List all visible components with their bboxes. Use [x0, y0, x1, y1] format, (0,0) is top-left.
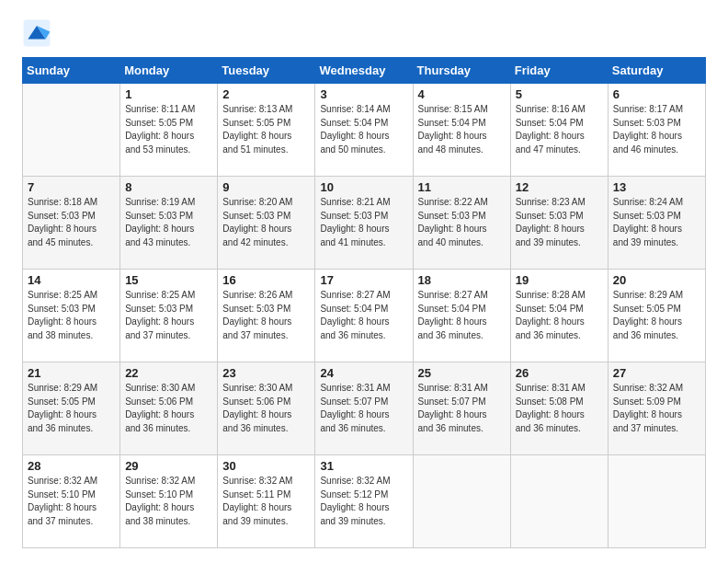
day-info: Sunrise: 8:16 AMSunset: 5:04 PMDaylight:…: [516, 103, 603, 156]
day-cell: 7Sunrise: 8:18 AMSunset: 5:03 PMDaylight…: [23, 177, 120, 270]
day-cell: [413, 455, 510, 548]
day-cell: 23Sunrise: 8:30 AMSunset: 5:06 PMDayligh…: [218, 362, 315, 455]
day-info: Sunrise: 8:19 AMSunset: 5:03 PMDaylight:…: [125, 196, 212, 249]
day-cell: 15Sunrise: 8:25 AMSunset: 5:03 PMDayligh…: [120, 270, 218, 362]
day-info: Sunrise: 8:14 AMSunset: 5:04 PMDaylight:…: [320, 103, 407, 156]
day-info: Sunrise: 8:29 AMSunset: 5:05 PMDaylight:…: [28, 382, 115, 435]
day-cell: 28Sunrise: 8:32 AMSunset: 5:10 PMDayligh…: [23, 455, 120, 548]
day-cell: 12Sunrise: 8:23 AMSunset: 5:03 PMDayligh…: [510, 177, 608, 270]
day-cell: [23, 84, 120, 177]
day-info: Sunrise: 8:27 AMSunset: 5:04 PMDaylight:…: [418, 289, 506, 342]
day-info: Sunrise: 8:32 AMSunset: 5:12 PMDaylight:…: [320, 475, 407, 528]
col-header-tuesday: Tuesday: [218, 58, 315, 84]
day-number: 25: [418, 366, 506, 380]
day-cell: 21Sunrise: 8:29 AMSunset: 5:05 PMDayligh…: [23, 362, 120, 455]
day-info: Sunrise: 8:27 AMSunset: 5:04 PMDaylight:…: [320, 289, 407, 342]
col-header-saturday: Saturday: [608, 58, 705, 84]
day-cell: 27Sunrise: 8:32 AMSunset: 5:09 PMDayligh…: [608, 362, 705, 455]
day-number: 12: [516, 180, 603, 194]
day-info: Sunrise: 8:11 AMSunset: 5:05 PMDaylight:…: [125, 103, 212, 156]
day-number: 22: [125, 366, 212, 380]
day-cell: 13Sunrise: 8:24 AMSunset: 5:03 PMDayligh…: [608, 177, 705, 270]
week-row-0: 1Sunrise: 8:11 AMSunset: 5:05 PMDaylight…: [23, 84, 706, 177]
day-cell: 22Sunrise: 8:30 AMSunset: 5:06 PMDayligh…: [120, 362, 218, 455]
day-info: Sunrise: 8:18 AMSunset: 5:03 PMDaylight:…: [28, 196, 115, 249]
day-number: 28: [28, 459, 115, 473]
day-cell: 30Sunrise: 8:32 AMSunset: 5:11 PMDayligh…: [218, 455, 315, 548]
day-info: Sunrise: 8:28 AMSunset: 5:04 PMDaylight:…: [516, 289, 603, 342]
day-cell: 10Sunrise: 8:21 AMSunset: 5:03 PMDayligh…: [315, 177, 413, 270]
logo: [22, 18, 57, 48]
day-number: 4: [418, 87, 506, 101]
day-info: Sunrise: 8:31 AMSunset: 5:07 PMDaylight:…: [320, 382, 407, 435]
col-header-friday: Friday: [510, 58, 608, 84]
day-number: 20: [613, 273, 700, 287]
day-cell: 25Sunrise: 8:31 AMSunset: 5:07 PMDayligh…: [413, 362, 510, 455]
day-cell: 29Sunrise: 8:32 AMSunset: 5:10 PMDayligh…: [120, 455, 218, 548]
week-row-1: 7Sunrise: 8:18 AMSunset: 5:03 PMDaylight…: [23, 177, 706, 270]
week-row-2: 14Sunrise: 8:25 AMSunset: 5:03 PMDayligh…: [23, 270, 706, 362]
day-number: 21: [28, 366, 115, 380]
day-number: 16: [222, 273, 310, 287]
day-info: Sunrise: 8:32 AMSunset: 5:10 PMDaylight:…: [28, 475, 115, 528]
day-number: 15: [125, 273, 212, 287]
header-row: SundayMondayTuesdayWednesdayThursdayFrid…: [23, 58, 706, 84]
day-info: Sunrise: 8:26 AMSunset: 5:03 PMDaylight:…: [222, 289, 310, 342]
day-number: 26: [516, 366, 603, 380]
day-cell: 1Sunrise: 8:11 AMSunset: 5:05 PMDaylight…: [120, 84, 218, 177]
day-cell: 31Sunrise: 8:32 AMSunset: 5:12 PMDayligh…: [315, 455, 413, 548]
day-number: 8: [125, 180, 212, 194]
day-cell: 26Sunrise: 8:31 AMSunset: 5:08 PMDayligh…: [510, 362, 608, 455]
day-number: 29: [125, 459, 212, 473]
day-info: Sunrise: 8:21 AMSunset: 5:03 PMDaylight:…: [320, 196, 407, 249]
day-cell: 5Sunrise: 8:16 AMSunset: 5:04 PMDaylight…: [510, 84, 608, 177]
day-cell: 16Sunrise: 8:26 AMSunset: 5:03 PMDayligh…: [218, 270, 315, 362]
day-number: 24: [320, 366, 407, 380]
day-info: Sunrise: 8:15 AMSunset: 5:04 PMDaylight:…: [418, 103, 506, 156]
day-info: Sunrise: 8:13 AMSunset: 5:05 PMDaylight:…: [222, 103, 310, 156]
day-number: 31: [320, 459, 407, 473]
day-cell: 8Sunrise: 8:19 AMSunset: 5:03 PMDaylight…: [120, 177, 218, 270]
day-cell: [608, 455, 705, 548]
day-info: Sunrise: 8:20 AMSunset: 5:03 PMDaylight:…: [222, 196, 310, 249]
day-cell: 24Sunrise: 8:31 AMSunset: 5:07 PMDayligh…: [315, 362, 413, 455]
day-cell: 14Sunrise: 8:25 AMSunset: 5:03 PMDayligh…: [23, 270, 120, 362]
col-header-monday: Monday: [120, 58, 218, 84]
day-info: Sunrise: 8:25 AMSunset: 5:03 PMDaylight:…: [125, 289, 212, 342]
day-info: Sunrise: 8:24 AMSunset: 5:03 PMDaylight:…: [613, 196, 700, 249]
day-number: 5: [516, 87, 603, 101]
day-number: 6: [613, 87, 700, 101]
day-info: Sunrise: 8:31 AMSunset: 5:07 PMDaylight:…: [418, 382, 506, 435]
col-header-wednesday: Wednesday: [315, 58, 413, 84]
day-cell: [510, 455, 608, 548]
day-number: 2: [222, 87, 310, 101]
day-number: 14: [28, 273, 115, 287]
day-number: 18: [418, 273, 506, 287]
day-number: 13: [613, 180, 700, 194]
day-info: Sunrise: 8:32 AMSunset: 5:11 PMDaylight:…: [222, 475, 310, 528]
day-number: 23: [222, 366, 310, 380]
day-number: 9: [222, 180, 310, 194]
week-row-4: 28Sunrise: 8:32 AMSunset: 5:10 PMDayligh…: [23, 455, 706, 548]
day-number: 1: [125, 87, 212, 101]
day-number: 3: [320, 87, 407, 101]
day-info: Sunrise: 8:22 AMSunset: 5:03 PMDaylight:…: [418, 196, 506, 249]
page: SundayMondayTuesdayWednesdayThursdayFrid…: [0, 0, 728, 563]
week-row-3: 21Sunrise: 8:29 AMSunset: 5:05 PMDayligh…: [23, 362, 706, 455]
calendar-table: SundayMondayTuesdayWednesdayThursdayFrid…: [22, 57, 706, 548]
day-cell: 20Sunrise: 8:29 AMSunset: 5:05 PMDayligh…: [608, 270, 705, 362]
day-info: Sunrise: 8:17 AMSunset: 5:03 PMDaylight:…: [613, 103, 700, 156]
day-cell: 2Sunrise: 8:13 AMSunset: 5:05 PMDaylight…: [218, 84, 315, 177]
day-info: Sunrise: 8:31 AMSunset: 5:08 PMDaylight:…: [516, 382, 603, 435]
day-number: 7: [28, 180, 115, 194]
day-cell: 9Sunrise: 8:20 AMSunset: 5:03 PMDaylight…: [218, 177, 315, 270]
day-cell: 18Sunrise: 8:27 AMSunset: 5:04 PMDayligh…: [413, 270, 510, 362]
day-info: Sunrise: 8:32 AMSunset: 5:10 PMDaylight:…: [125, 475, 212, 528]
day-cell: 4Sunrise: 8:15 AMSunset: 5:04 PMDaylight…: [413, 84, 510, 177]
day-info: Sunrise: 8:29 AMSunset: 5:05 PMDaylight:…: [613, 289, 700, 342]
logo-icon: [22, 18, 51, 48]
day-number: 19: [516, 273, 603, 287]
day-number: 11: [418, 180, 506, 194]
day-number: 17: [320, 273, 407, 287]
day-info: Sunrise: 8:23 AMSunset: 5:03 PMDaylight:…: [516, 196, 603, 249]
